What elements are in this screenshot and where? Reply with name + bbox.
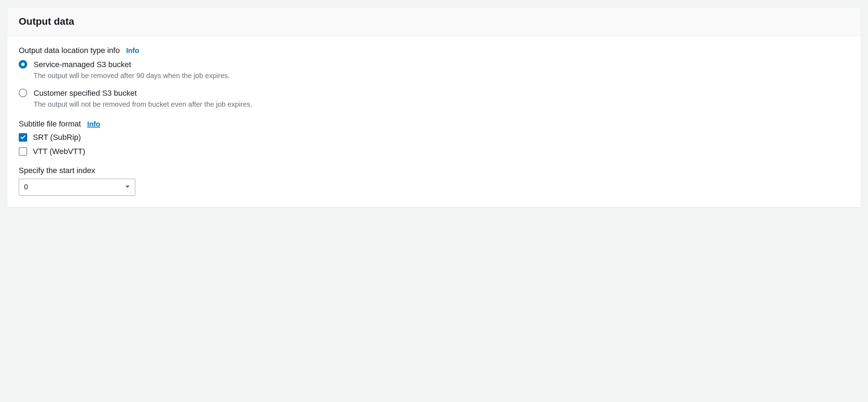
checkbox-icon xyxy=(19,133,27,142)
checkbox-srt[interactable]: SRT (SubRip) xyxy=(19,133,849,142)
radio-desc: The output will be removed after 90 days… xyxy=(34,70,230,81)
subtitle-format-label: Subtitle file format xyxy=(19,119,81,129)
radio-customer-specified[interactable]: Customer specified S3 bucket The output … xyxy=(19,88,849,110)
location-type-info-link[interactable]: Info xyxy=(126,47,139,55)
radio-icon xyxy=(19,89,27,97)
start-index-group: Specify the start index 0 xyxy=(19,166,849,196)
location-type-group: Output data location type info Info Serv… xyxy=(19,46,849,110)
check-icon xyxy=(20,135,26,140)
start-index-value: 0 xyxy=(24,183,28,191)
radio-title: Customer specified S3 bucket xyxy=(34,88,252,99)
radio-text: Customer specified S3 bucket The output … xyxy=(34,88,252,110)
output-data-panel: Output data Output data location type in… xyxy=(7,7,861,207)
subtitle-format-info-link[interactable]: Info xyxy=(87,120,100,128)
radio-desc: The output will not be removed from buck… xyxy=(34,99,252,110)
start-index-select[interactable]: 0 xyxy=(19,179,135,196)
start-index-select-wrapper: 0 xyxy=(19,179,135,196)
start-index-label: Specify the start index xyxy=(19,166,849,175)
checkbox-icon xyxy=(19,147,27,156)
radio-service-managed[interactable]: Service-managed S3 bucket The output wil… xyxy=(19,59,849,81)
checkbox-label: VTT (WebVTT) xyxy=(33,147,85,156)
location-type-label: Output data location type info xyxy=(19,46,120,55)
panel-header: Output data xyxy=(7,7,861,36)
radio-text: Service-managed S3 bucket The output wil… xyxy=(34,59,230,81)
checkbox-vtt[interactable]: VTT (WebVTT) xyxy=(19,147,849,156)
subtitle-format-label-row: Subtitle file format Info xyxy=(19,119,849,129)
subtitle-format-group: Subtitle file format Info SRT (SubRip) V xyxy=(19,119,849,156)
radio-title: Service-managed S3 bucket xyxy=(34,59,230,70)
location-type-label-row: Output data location type info Info xyxy=(19,46,849,55)
panel-title: Output data xyxy=(19,16,849,27)
radio-icon xyxy=(19,60,27,69)
panel-body: Output data location type info Info Serv… xyxy=(7,36,861,207)
checkbox-label: SRT (SubRip) xyxy=(33,133,81,142)
